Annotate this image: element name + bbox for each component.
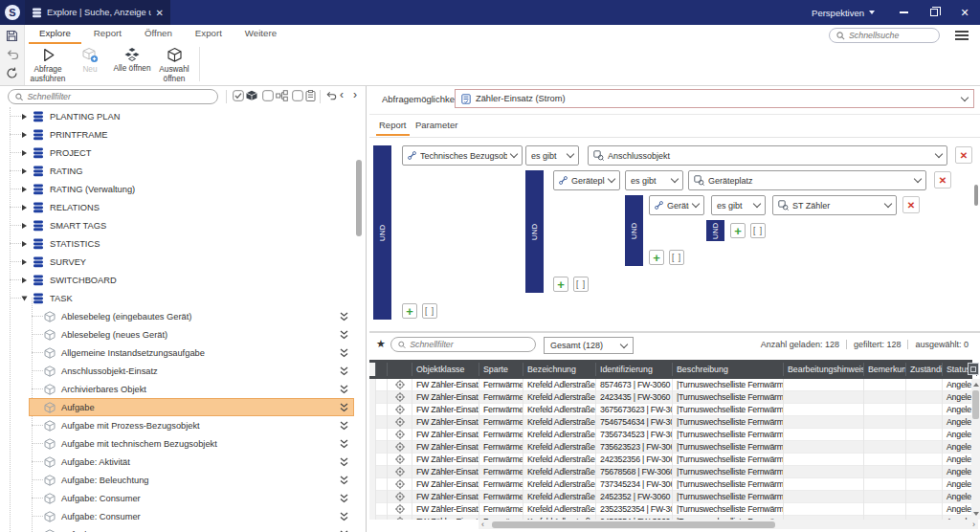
double-chevron-down-icon[interactable] xyxy=(340,403,348,412)
tree-item[interactable]: Aufgabe: Beleuchtung xyxy=(0,471,366,489)
tree-item[interactable]: Aufgabe mit technischem Bezugsobjekt xyxy=(0,434,366,453)
double-chevron-down-icon[interactable] xyxy=(340,366,348,376)
col-beschreibung[interactable]: Beschreibung xyxy=(673,363,784,376)
operator-bar-und[interactable]: UND xyxy=(706,220,724,241)
double-chevron-down-icon[interactable] xyxy=(340,439,348,449)
tree-item[interactable]: RATING xyxy=(0,162,366,180)
table-vertical-scrollbar[interactable] xyxy=(971,379,980,520)
tree-item[interactable]: Aufgabe: Fernwärme xyxy=(0,525,366,532)
tree-item[interactable]: STATISTICS xyxy=(0,234,366,253)
open-all-button[interactable]: Alle öffnen xyxy=(111,45,153,74)
double-chevron-down-icon[interactable] xyxy=(340,457,348,467)
cube-filled-icon[interactable] xyxy=(246,90,258,101)
remove-condition-button[interactable]: ✕ xyxy=(902,196,920,213)
add-condition-button[interactable]: + xyxy=(553,277,568,292)
table-row[interactable]: FW Zähler-Einsatz Fernwärme Krefeld Adle… xyxy=(369,491,972,503)
remove-condition-button[interactable]: ✕ xyxy=(955,146,972,164)
expand-arrow-icon[interactable] xyxy=(22,150,27,156)
tree-filter-input[interactable] xyxy=(27,92,211,101)
double-chevron-down-icon[interactable] xyxy=(340,512,348,521)
col-sparte[interactable]: Sparte xyxy=(479,363,523,376)
run-query-button[interactable]: Abfrage ausführen xyxy=(27,45,69,83)
perspectives-menu[interactable]: Perspektiven xyxy=(812,0,875,25)
ribbon-tab-export[interactable]: Export xyxy=(185,25,233,44)
subject-dropdown[interactable]: Geräte xyxy=(649,195,704,215)
add-condition-button[interactable]: + xyxy=(402,303,417,319)
ribbon-tab-weitere[interactable]: Weitere xyxy=(234,25,287,44)
verb-dropdown[interactable]: es gibt xyxy=(525,145,579,166)
ribbon-tab-report[interactable]: Report xyxy=(83,25,132,44)
double-chevron-down-icon[interactable] xyxy=(340,330,348,340)
verb-dropdown[interactable]: es gibt xyxy=(711,195,766,215)
document-tab[interactable]: Explore | Suche, Anzeige und B... ✕ xyxy=(25,0,170,25)
col-bezeichnung[interactable]: Bezeichnung xyxy=(523,363,596,376)
tree-item[interactable]: Aufgabe xyxy=(0,398,366,416)
object-dropdown[interactable]: ST Zähler xyxy=(772,195,897,215)
col-bemerkung[interactable]: Bemerkung xyxy=(864,363,906,376)
tree-item[interactable]: Anschlussobjekt-Einsatz xyxy=(0,362,366,380)
save-icon[interactable] xyxy=(6,30,18,42)
results-filter-input[interactable] xyxy=(410,340,528,349)
tree-item[interactable]: PRINTFRAME xyxy=(0,125,366,144)
tree-item[interactable]: RELATIONS xyxy=(0,198,366,216)
tree-item[interactable]: Ablesebeleg (eingebautes Gerät) xyxy=(0,307,366,325)
refresh-icon[interactable] xyxy=(6,67,18,79)
expand-arrow-icon[interactable] xyxy=(22,241,27,247)
column-chooser-icon[interactable] xyxy=(968,363,979,375)
tab-close-icon[interactable]: ✕ xyxy=(156,8,164,18)
col-bearbeitungshinweis[interactable]: Bearbeitungshinweis xyxy=(784,363,864,376)
tab-parameter[interactable]: Parameter xyxy=(415,120,457,130)
scroll-right-icon[interactable]: › xyxy=(969,520,978,529)
expand-arrow-icon[interactable] xyxy=(22,223,27,229)
add-condition-button[interactable]: + xyxy=(649,250,664,265)
add-group-button[interactable]: [ ] xyxy=(573,277,589,292)
table-row[interactable]: FW Zähler-Einsatz Fernwärme Krefeld Adle… xyxy=(369,454,972,466)
history-back-icon[interactable]: ‹ xyxy=(340,88,344,101)
double-chevron-down-icon[interactable] xyxy=(340,385,348,394)
open-selection-button[interactable]: Auswahl öffnen xyxy=(153,45,195,83)
subject-dropdown[interactable]: Technisches Bezugsobjekt xyxy=(402,145,523,166)
col-zustaendig[interactable]: Zuständig xyxy=(906,363,943,376)
table-row[interactable]: FW Zähler-Einsatz Fernwärme Krefeld Adle… xyxy=(369,379,972,391)
expand-arrow-icon[interactable] xyxy=(22,296,28,300)
tree-item[interactable]: Aufgabe: Aktivität xyxy=(0,453,366,471)
object-dropdown[interactable]: Geräteplatz xyxy=(688,170,926,190)
tree-item[interactable]: SURVEY xyxy=(0,253,366,271)
object-dropdown[interactable]: Anschlussobjekt xyxy=(588,145,947,166)
favorite-icon[interactable]: ★ xyxy=(376,338,386,350)
expand-arrow-icon[interactable] xyxy=(22,168,27,174)
col-objektklasse[interactable]: Objektklasse xyxy=(412,363,479,376)
tree-item[interactable]: PLANTING PLAN xyxy=(0,107,366,125)
col-identifizierung[interactable]: Identifizierung xyxy=(596,363,673,376)
tree-filter-box[interactable] xyxy=(8,89,218,104)
empty-checkbox-icon[interactable] xyxy=(262,90,274,101)
tree-scrollbar[interactable] xyxy=(356,160,362,236)
tree-item[interactable]: Aufgabe: Consumer xyxy=(0,489,366,507)
tree-item[interactable]: SWITCHBOARD xyxy=(0,271,366,289)
scroll-down-icon[interactable] xyxy=(973,512,979,516)
history-forward-icon[interactable]: › xyxy=(353,88,357,101)
operator-bar-und[interactable]: UND xyxy=(525,170,544,293)
tree-item[interactable]: TASK xyxy=(0,289,366,307)
scroll-left-icon[interactable]: ‹ xyxy=(479,520,487,529)
menu-icon[interactable] xyxy=(955,31,969,40)
tree-item[interactable]: Archivierbares Objekt xyxy=(0,380,366,398)
scope-dropdown[interactable]: Gesamt (128) xyxy=(544,337,634,354)
expand-arrow-icon[interactable] xyxy=(22,277,27,283)
operator-bar-und[interactable]: UND xyxy=(625,195,643,266)
double-chevron-down-icon[interactable] xyxy=(340,476,348,485)
scrollbar-thumb[interactable] xyxy=(492,521,775,528)
hierarchy-icon[interactable] xyxy=(276,90,288,101)
add-group-button[interactable]: [ ] xyxy=(750,223,766,238)
double-chevron-down-icon[interactable] xyxy=(340,348,348,358)
expand-arrow-icon[interactable] xyxy=(22,132,27,138)
tree-item[interactable]: Ablesebeleg (neues Gerät) xyxy=(0,325,366,344)
ribbon-tab-oeffnen[interactable]: Öffnen xyxy=(134,25,183,44)
tree-item[interactable]: RATING (Verwaltung) xyxy=(0,180,366,198)
undo-icon[interactable] xyxy=(6,49,19,60)
query-select[interactable]: Zähler-Einsatz (Strom) xyxy=(455,89,974,108)
expand-arrow-icon[interactable] xyxy=(22,114,27,120)
tree-item[interactable]: Allgemeine Instandsetzungsaufgabe xyxy=(0,344,366,362)
table-row[interactable]: FW Zähler-Einsatz Fernwärme Krefeld Adle… xyxy=(369,503,972,516)
double-chevron-down-icon[interactable] xyxy=(340,494,348,503)
